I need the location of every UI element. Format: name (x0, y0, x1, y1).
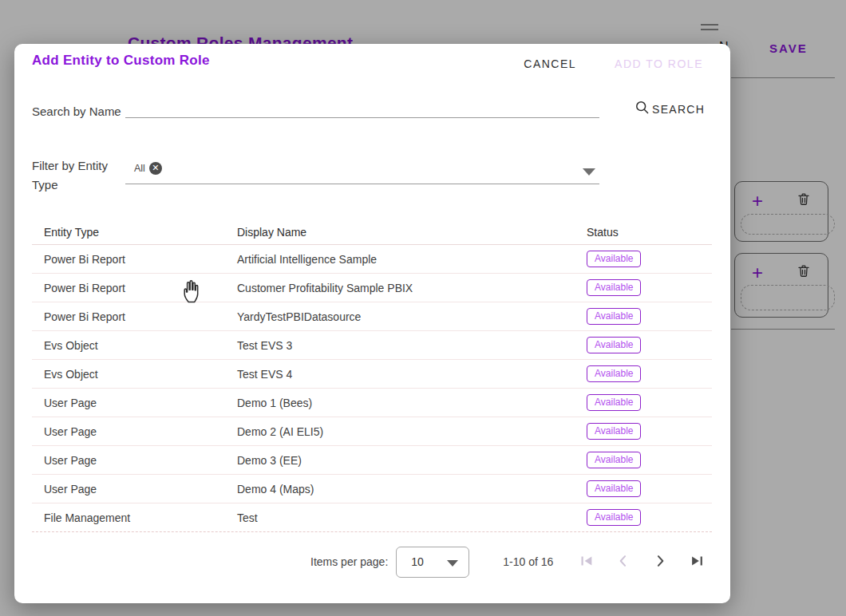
table-row[interactable]: User Page Demo 4 (Maps) Available (32, 475, 712, 503)
entity-type-cell: Power Bi Report (44, 310, 237, 323)
table-row[interactable]: Evs Object Test EVS 3 Available (32, 331, 712, 360)
display-name-cell: Artificial Intelligence Sample (237, 253, 587, 266)
display-name-cell: Test (237, 511, 587, 524)
table-header-row: Entity Type Display Name Status (32, 220, 712, 245)
last-page-icon (689, 552, 706, 572)
entity-type-select[interactable]: All ✕ (125, 160, 599, 184)
chevron-down-icon[interactable] (583, 168, 595, 176)
entity-type-cell: Power Bi Report (44, 282, 237, 294)
dialog-actions: CANCEL ADD TO ROLE (524, 57, 703, 70)
column-header-entity-type: Entity Type (44, 226, 237, 239)
dialog-title: Add Entity to Custom Role (32, 53, 210, 69)
status-badge: Available (587, 279, 641, 296)
entities-table: Entity Type Display Name Status Power Bi… (32, 220, 712, 532)
entity-type-cell: File Management (44, 511, 237, 524)
page-range-label: 1-10 of 16 (503, 555, 553, 568)
status-badge: Available (587, 365, 641, 382)
display-name-cell: Test EVS 4 (237, 368, 587, 381)
search-button-label: SEARCH (652, 103, 705, 116)
status-badge: Available (587, 251, 641, 267)
screen: Custom Roles Management N SAVE + + (0, 0, 846, 616)
chevron-left-icon (615, 553, 631, 571)
table-row[interactable]: Power Bi Report YardyTestPBIDatasource A… (32, 302, 712, 331)
status-badge: Available (587, 337, 641, 353)
table-row[interactable]: Power Bi Report Customer Profitability S… (32, 274, 712, 302)
entity-type-cell: User Page (44, 483, 237, 496)
display-name-cell: Test EVS 3 (237, 339, 587, 352)
status-badge: Available (587, 452, 641, 468)
column-header-status: Status (587, 226, 619, 239)
chevron-down-icon (447, 560, 458, 567)
items-per-page-value: 10 (411, 555, 424, 568)
display-name-cell: Demo 2 (AI ELI5) (237, 425, 587, 438)
filter-by-entity-type-label: Filter by Entity Type (32, 156, 126, 195)
table-row[interactable]: User Page Demo 3 (EE) Available (32, 446, 712, 475)
display-name-cell: YardyTestPBIDatasource (237, 310, 587, 323)
cancel-button[interactable]: CANCEL (524, 57, 576, 70)
entity-type-cell: Power Bi Report (44, 253, 237, 266)
status-badge: Available (587, 394, 641, 411)
pagination-bar: Items per page: 10 1-10 of 16 (310, 546, 706, 578)
last-page-button[interactable] (689, 552, 706, 572)
entity-type-cell: User Page (44, 425, 237, 438)
items-per-page-label: Items per page: (310, 555, 388, 568)
column-header-display-name: Display Name (237, 226, 587, 239)
filter-chip-label: All (134, 163, 145, 174)
entity-type-cell: Evs Object (44, 368, 237, 381)
status-badge: Available (587, 480, 641, 497)
first-page-button[interactable] (577, 552, 595, 572)
display-name-cell: Demo 3 (EE) (237, 454, 587, 467)
chip-remove-icon[interactable]: ✕ (149, 162, 162, 175)
status-badge: Available (587, 509, 641, 526)
filter-chip-all[interactable]: All ✕ (134, 162, 162, 175)
chevron-right-icon (652, 553, 668, 571)
table-row[interactable]: Evs Object Test EVS 4 Available (32, 360, 712, 389)
search-icon (635, 101, 650, 117)
display-name-cell: Demo 1 (Bees) (237, 397, 587, 409)
table-row[interactable]: User Page Demo 1 (Bees) Available (32, 389, 712, 417)
first-page-icon (577, 552, 595, 572)
items-per-page-select[interactable]: 10 (396, 547, 469, 578)
display-name-cell: Demo 4 (Maps) (237, 483, 587, 496)
status-badge: Available (587, 423, 641, 440)
add-entity-dialog: Add Entity to Custom Role CANCEL ADD TO … (14, 44, 730, 603)
entity-type-cell: User Page (44, 454, 237, 467)
entity-type-cell: Evs Object (44, 339, 237, 352)
previous-page-button[interactable] (615, 553, 631, 571)
next-page-button[interactable] (652, 553, 668, 571)
add-to-role-button[interactable]: ADD TO ROLE (615, 57, 703, 70)
search-input[interactable] (125, 92, 599, 118)
search-by-name-label: Search by Name (32, 102, 126, 121)
display-name-cell: Customer Profitability Sample PBIX (237, 282, 587, 294)
table-row[interactable]: File Management Test Available (32, 503, 712, 532)
search-button[interactable]: SEARCH (635, 101, 705, 117)
table-row[interactable]: Power Bi Report Artificial Intelligence … (32, 245, 712, 274)
table-row[interactable]: User Page Demo 2 (AI ELI5) Available (32, 417, 712, 446)
entity-type-cell: User Page (44, 397, 237, 409)
status-badge: Available (587, 308, 641, 325)
